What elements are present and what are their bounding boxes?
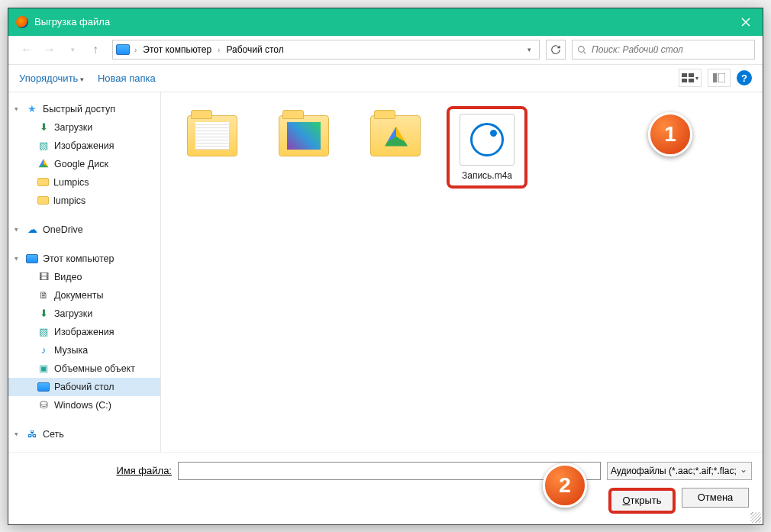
- pictures-icon: ▧: [37, 326, 50, 338]
- sidebar-3d[interactable]: ▣Объемные объект: [8, 360, 160, 378]
- star-icon: ★: [26, 103, 38, 115]
- svg-rect-2: [689, 73, 694, 77]
- toolbar: Упорядочить Новая папка ▾ ?: [8, 65, 763, 92]
- svg-point-0: [579, 46, 585, 52]
- folder-icon: [279, 115, 329, 156]
- file-name-label: Запись.m4a: [462, 170, 512, 181]
- folder-item[interactable]: [355, 106, 436, 170]
- breadcrumb-root[interactable]: Этот компьютер: [141, 44, 213, 55]
- filetype-select[interactable]: Аудиофайлы (*.aac;*.aif;*.flac;: [607, 462, 752, 480]
- body: ★Быстрый доступ ⬇Загрузки ▧Изображения G…: [8, 92, 763, 452]
- monitor-icon: [26, 254, 38, 263]
- music-icon: ♪: [37, 344, 50, 356]
- sidebar-this-pc[interactable]: Этот компьютер: [8, 250, 160, 268]
- search-input[interactable]: [592, 44, 750, 55]
- titlebar: Выгрузка файла: [8, 8, 763, 36]
- svg-rect-5: [713, 73, 717, 82]
- new-folder-button[interactable]: Новая папка: [98, 73, 156, 84]
- network-icon: 🖧: [26, 428, 38, 440]
- folder-icon: [37, 196, 49, 205]
- sidebar-video[interactable]: 🎞Видео: [8, 268, 160, 286]
- download-icon: ⬇: [37, 121, 50, 134]
- sidebar: ★Быстрый доступ ⬇Загрузки ▧Изображения G…: [8, 92, 161, 452]
- svg-rect-6: [718, 73, 725, 82]
- up-button[interactable]: ↑: [85, 39, 106, 60]
- gdrive-icon: [37, 158, 50, 170]
- search-box[interactable]: [572, 40, 755, 60]
- folder-item[interactable]: [172, 106, 253, 170]
- resize-grip[interactable]: [750, 512, 761, 523]
- chevron-right-icon: ›: [131, 46, 140, 54]
- svg-rect-1: [682, 73, 687, 77]
- annotation-callout-1: 1: [648, 112, 692, 156]
- sidebar-downloads[interactable]: ⬇Загрузки: [8, 118, 160, 137]
- folder-item[interactable]: [263, 106, 344, 170]
- file-dialog: Выгрузка файла ← → ▾ ↑ › Этот компьютер …: [8, 8, 763, 525]
- audio-file-item[interactable]: Запись.m4a: [447, 106, 527, 189]
- recent-dropdown-icon[interactable]: ▾: [62, 39, 83, 60]
- footer: Имя файла: Аудиофайлы (*.aac;*.aif;*.fla…: [8, 452, 763, 524]
- sidebar-quick-access[interactable]: ★Быстрый доступ: [8, 100, 160, 118]
- document-icon: 🗎: [37, 289, 50, 301]
- pictures-icon: ▧: [37, 140, 50, 152]
- breadcrumb-dropdown-icon[interactable]: ▾: [523, 46, 536, 53]
- pc-icon: [116, 44, 130, 55]
- sidebar-gdrive[interactable]: Google Диск: [8, 155, 160, 173]
- sidebar-lumpics1[interactable]: Lumpics: [8, 173, 160, 192]
- cube-icon: ▣: [37, 363, 50, 375]
- open-button[interactable]: Открыть: [608, 488, 676, 514]
- refresh-button[interactable]: [546, 40, 566, 60]
- cancel-button[interactable]: Отмена: [682, 488, 749, 508]
- sidebar-desktop[interactable]: Рабочий стол: [8, 378, 160, 396]
- sidebar-pictures2[interactable]: ▧Изображения: [8, 323, 160, 341]
- organize-menu[interactable]: Упорядочить: [19, 73, 84, 84]
- forward-button[interactable]: →: [39, 39, 60, 60]
- video-icon: 🎞: [37, 271, 50, 283]
- folder-icon: [187, 115, 237, 156]
- cloud-icon: ☁: [26, 224, 38, 236]
- window-title: Выгрузка файла: [34, 16, 729, 27]
- sidebar-network[interactable]: 🖧Сеть: [8, 425, 160, 443]
- annotation-callout-2: 2: [543, 463, 587, 508]
- drive-icon: ⛁: [37, 399, 50, 411]
- preview-pane-button[interactable]: [708, 69, 731, 87]
- firefox-icon: [16, 16, 28, 28]
- svg-rect-3: [682, 79, 687, 82]
- sidebar-onedrive[interactable]: ☁OneDrive: [8, 221, 160, 239]
- desktop-icon: [37, 382, 50, 392]
- folder-icon: [37, 178, 49, 186]
- help-button[interactable]: ?: [737, 70, 752, 85]
- download-icon: ⬇: [37, 308, 50, 320]
- sidebar-music[interactable]: ♪Музыка: [8, 341, 160, 360]
- close-button[interactable]: [729, 8, 763, 36]
- filename-label: Имя файла:: [19, 465, 172, 476]
- chevron-right-icon: ›: [215, 46, 223, 54]
- file-list[interactable]: Запись.m4a 1: [161, 92, 763, 452]
- sidebar-lumpics2[interactable]: lumpics: [8, 192, 160, 210]
- filename-input[interactable]: [178, 462, 601, 480]
- sidebar-drive-c[interactable]: ⛁Windows (C:): [8, 396, 160, 414]
- navbar: ← → ▾ ↑ › Этот компьютер › Рабочий стол …: [8, 36, 763, 65]
- breadcrumb-current[interactable]: Рабочий стол: [224, 44, 285, 55]
- audio-icon: [470, 123, 504, 156]
- sidebar-documents[interactable]: 🗎Документы: [8, 286, 160, 305]
- breadcrumb[interactable]: › Этот компьютер › Рабочий стол ▾: [112, 40, 540, 60]
- back-button[interactable]: ←: [16, 39, 37, 60]
- view-mode-button[interactable]: ▾: [679, 69, 702, 87]
- search-icon: [577, 45, 587, 55]
- folder-icon: [370, 115, 421, 156]
- svg-rect-4: [689, 79, 694, 82]
- sidebar-downloads2[interactable]: ⬇Загрузки: [8, 305, 160, 323]
- sidebar-pictures[interactable]: ▧Изображения: [8, 137, 160, 155]
